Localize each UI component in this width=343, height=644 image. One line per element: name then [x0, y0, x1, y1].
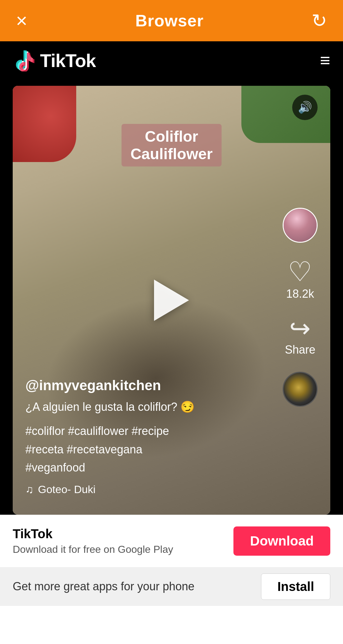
username[interactable]: @inmyvegankitchen [25, 377, 267, 393]
music-note-icon: ♫ [25, 483, 34, 496]
install-text: Get more great apps for your phone [13, 580, 194, 593]
creator-avatar[interactable] [283, 208, 318, 243]
right-actions: ♡ 18.2k ↪ Share [283, 208, 318, 407]
play-triangle-icon [154, 280, 189, 321]
video-red-object [13, 86, 76, 162]
download-subtitle: Download it for free on Google Play [13, 544, 173, 555]
video-text-line1: Coliflor [131, 128, 213, 145]
share-icon: ↪ [289, 316, 311, 341]
music-disc-icon [283, 372, 318, 407]
heart-icon: ♡ [288, 258, 312, 285]
avatar-circle [283, 208, 318, 243]
video-hashtags: #coliflor #cauliflower #recipe #receta #… [25, 422, 267, 477]
tiktok-logo-icon [13, 49, 35, 71]
video-green-area [241, 86, 330, 143]
install-bar: Get more great apps for your phone Insta… [0, 567, 343, 606]
video-text-overlay: Coliflor Cauliflower [122, 124, 222, 166]
share-label: Share [285, 343, 315, 356]
hamburger-menu-icon[interactable]: ≡ [320, 51, 330, 69]
download-app-name: TikTok [13, 527, 173, 541]
sound-icon: 🔊 [298, 101, 312, 114]
download-banner: TikTok Download it for free on Google Pl… [0, 515, 343, 567]
video-wrapper: 🔊 Coliflor Cauliflower ♡ 18.2k [0, 79, 343, 515]
video-text-line2: Cauliflower [131, 145, 213, 163]
close-icon[interactable]: × [16, 11, 27, 31]
share-button[interactable]: ↪ Share [285, 316, 315, 356]
tiktok-logo-area[interactable]: TikTok [13, 49, 96, 71]
play-button[interactable] [154, 280, 189, 321]
download-button[interactable]: Download [233, 526, 330, 556]
avatar-image [284, 209, 317, 242]
browser-bar: × Browser ↻ [0, 0, 343, 41]
tiktok-nav: TikTok ≡ [0, 41, 343, 79]
like-button[interactable]: ♡ 18.2k [286, 258, 314, 301]
music-disc[interactable] [283, 372, 318, 407]
browser-title: Browser [135, 11, 204, 30]
refresh-icon[interactable]: ↻ [312, 10, 327, 31]
like-count: 18.2k [286, 287, 314, 301]
sound-button[interactable]: 🔊 [292, 95, 318, 120]
video-description: ¿A alguien le gusta la coliflor? 😏 [25, 398, 267, 416]
video-info: @inmyvegankitchen ¿A alguien le gusta la… [25, 377, 267, 496]
tiktok-brand-name: TikTok [40, 50, 96, 71]
music-disc-inner [284, 373, 317, 406]
install-button[interactable]: Install [261, 573, 330, 600]
music-name: Goteo- Duki [38, 483, 96, 496]
video-frame[interactable]: 🔊 Coliflor Cauliflower ♡ 18.2k [13, 86, 330, 515]
music-info: ♫ Goteo- Duki [25, 483, 267, 496]
download-info: TikTok Download it for free on Google Pl… [13, 527, 173, 555]
